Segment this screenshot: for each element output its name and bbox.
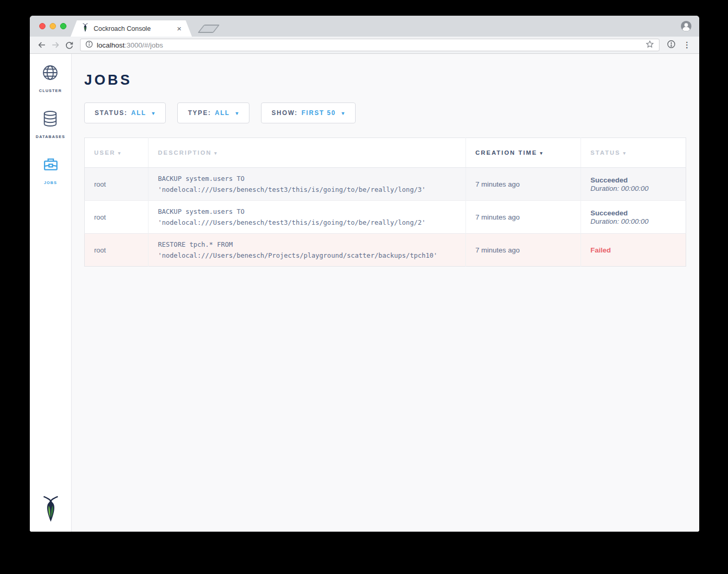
sidebar-item-label: JOBS [44,180,57,185]
url-host: localhost [97,41,124,49]
cockroach-favicon-icon [81,23,89,35]
job-creation-time: 7 minutes ago [466,168,581,201]
sidebar-item-cluster[interactable]: CLUSTER [39,63,62,93]
status-badge: Succeeded [590,176,676,184]
job-description: BACKUP system.users TO 'nodelocal:///Use… [149,168,466,201]
url-path: :3000/#/jobs [124,41,163,49]
filter-label: SHOW: [271,109,298,117]
chevron-down-icon: ▾ [342,110,345,116]
page-info-icon[interactable] [85,40,93,50]
sidebar-item-databases[interactable]: DATABASES [36,109,65,139]
chevron-down-icon: ▾ [235,110,239,116]
job-description-line: BACKUP system.users TO [158,173,456,184]
sidebar: CLUSTER DATABASES [30,54,72,532]
browser-toolbar: localhost:3000/#/jobs ⋮ [30,37,699,54]
job-user: root [85,201,149,234]
show-filter-dropdown[interactable]: SHOW: FIRST 50 ▾ [261,102,356,123]
job-creation-time: 7 minutes ago [466,201,581,234]
jobs-table: USER▾ DESCRIPTION▾ CREATION TIME▾ STATUS… [84,137,686,267]
job-duration: Duration: 00:00:00 [590,217,676,225]
job-user: root [85,234,149,267]
table-row[interactable]: root RESTORE tpch.* FROM 'nodelocal:///U… [85,234,686,267]
browser-profile-avatar[interactable] [680,20,692,32]
browser-window: Cockroach Console × [30,16,699,532]
zoom-window-button[interactable] [60,23,66,29]
globe-icon [41,63,60,84]
page-title: JOBS [84,72,686,88]
sidebar-item-label: DATABASES [36,134,65,139]
close-window-button[interactable] [39,23,46,29]
new-tab-button[interactable] [198,25,220,33]
url-text: localhost:3000/#/jobs [97,41,163,49]
job-description: BACKUP system.users TO 'nodelocal:///Use… [149,201,466,234]
sidebar-item-jobs[interactable]: JOBS [41,155,60,185]
job-duration: Duration: 00:00:00 [590,185,676,192]
status-badge: Succeeded [590,209,676,217]
job-status: Succeeded Duration: 00:00:00 [581,168,686,201]
status-filter-dropdown[interactable]: STATUS: ALL ▾ [84,102,166,123]
filter-label: TYPE: [188,109,211,117]
jobs-filters: STATUS: ALL ▾ TYPE: ALL ▾ SHOW: FIRST 50… [84,102,686,123]
chevron-down-icon: ▾ [152,110,156,116]
sort-caret-icon: ▾ [540,151,543,156]
traffic-lights [39,23,66,29]
table-header-row: USER▾ DESCRIPTION▾ CREATION TIME▾ STATUS… [85,138,686,168]
browser-tab[interactable]: Cockroach Console × [71,20,192,37]
cockroachdb-logo-icon [40,495,61,525]
table-row[interactable]: root BACKUP system.users TO 'nodelocal:/… [85,201,686,234]
filter-value: ALL [131,109,146,117]
status-badge: Failed [590,246,676,254]
database-icon [41,109,60,130]
briefcase-icon [41,155,60,176]
forward-button[interactable] [49,38,62,52]
job-creation-time: 7 minutes ago [466,234,581,267]
job-status: Succeeded Duration: 00:00:00 [581,201,686,234]
job-description-line: BACKUP system.users TO [158,206,456,217]
sort-caret-icon: ▾ [118,151,122,156]
sidebar-item-label: CLUSTER [39,88,62,93]
table-row[interactable]: root BACKUP system.users TO 'nodelocal:/… [85,168,686,201]
sort-caret-icon: ▾ [214,151,218,156]
job-description: RESTORE tpch.* FROM 'nodelocal:///Users/… [149,234,466,267]
browser-tabstrip: Cockroach Console × [30,16,699,37]
job-description-line: RESTORE tpch.* FROM [158,239,456,250]
extension-icon[interactable] [667,40,676,51]
tab-title: Cockroach Console [94,25,173,32]
address-bar[interactable]: localhost:3000/#/jobs [80,39,659,51]
jobs-page: JOBS STATUS: ALL ▾ TYPE: ALL ▾ SHOW: FIR… [72,54,699,532]
job-user: root [85,168,149,201]
close-tab-icon[interactable]: × [177,25,181,32]
column-header-status[interactable]: STATUS▾ [581,138,686,168]
type-filter-dropdown[interactable]: TYPE: ALL ▾ [177,102,249,123]
browser-menu-icon[interactable]: ⋮ [683,40,691,50]
reload-button[interactable] [62,38,76,52]
column-header-creation-time[interactable]: CREATION TIME▾ [466,138,581,168]
minimize-window-button[interactable] [50,23,56,29]
bookmark-star-icon[interactable] [645,40,654,51]
back-button[interactable] [35,38,49,52]
sort-caret-icon: ▾ [623,151,627,156]
job-description-line: 'nodelocal:///Users/benesch/test3/this/i… [158,217,456,228]
filter-label: STATUS: [95,109,128,117]
cockroach-console-app: CLUSTER DATABASES [30,54,699,532]
job-description-line: 'nodelocal:///Users/benesch/Projects/pla… [158,250,456,261]
job-status: Failed [581,234,686,267]
column-header-description[interactable]: DESCRIPTION▾ [149,138,466,168]
filter-value: FIRST 50 [301,109,336,117]
column-header-user[interactable]: USER▾ [85,138,149,168]
job-description-line: 'nodelocal:///Users/benesch/test3/this/i… [158,184,456,195]
filter-value: ALL [215,109,230,117]
